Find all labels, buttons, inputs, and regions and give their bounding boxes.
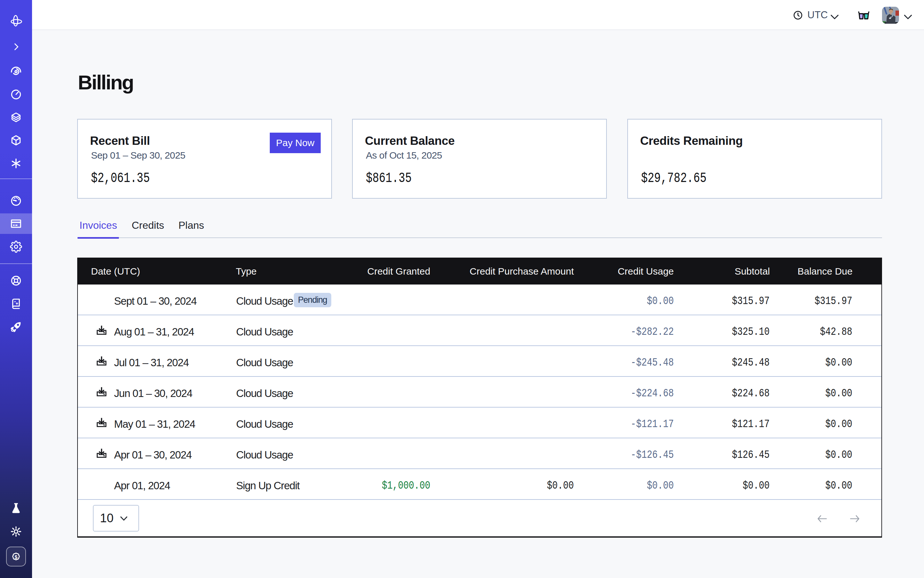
svg-text:$: $ (15, 555, 17, 560)
